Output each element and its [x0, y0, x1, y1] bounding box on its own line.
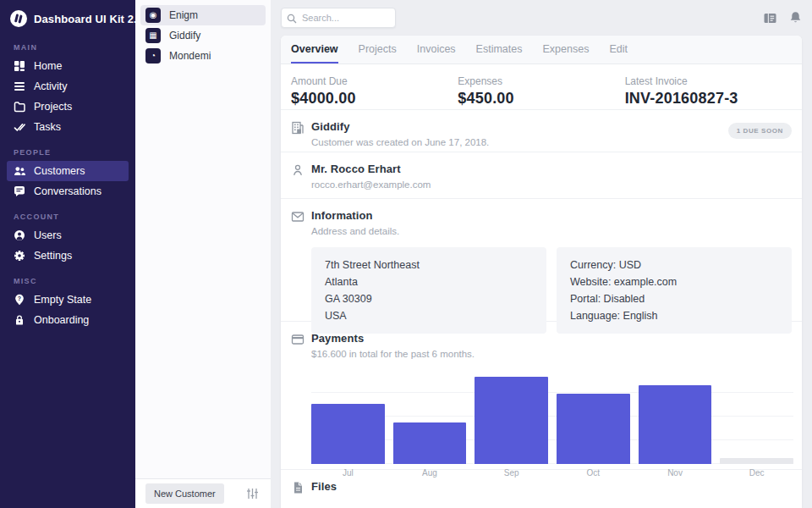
conversations-icon: [14, 185, 25, 197]
bar-sep: [475, 377, 548, 464]
customer-subtitle: Customer was created on June 17, 2018.: [311, 137, 728, 147]
sidebar-item-label: Settings: [34, 250, 72, 262]
customer-list-panel: ◉ Enigm ▦ Giddify ◔ Mondemi New Customer: [135, 0, 271, 508]
sidebar-item-label: Home: [34, 60, 62, 72]
detail-line: Portal: Disabled: [570, 290, 778, 307]
sidebar-item-tasks[interactable]: Tasks: [7, 117, 129, 137]
sidebar-item-projects[interactable]: Projects: [7, 97, 129, 117]
tab-invoices[interactable]: Invoices: [417, 36, 456, 64]
stat-amount-due: Amount Due $4000.00: [291, 75, 458, 109]
tab-expenses[interactable]: Expenses: [543, 36, 590, 64]
logo-icon: [10, 10, 27, 27]
stat-value: $4000.00: [291, 90, 458, 108]
section-information: Information Address and details. 7th Str…: [281, 199, 802, 322]
sidebar-item-settings[interactable]: Settings: [7, 246, 129, 266]
nav-heading-account: Account: [14, 213, 122, 221]
tab-edit[interactable]: Edit: [609, 36, 628, 64]
sidebar-item-users[interactable]: Users: [7, 225, 129, 246]
stat-label: Latest Invoice: [625, 75, 792, 87]
customer-name: Mondemi: [169, 50, 211, 62]
payments-subtitle: $16.600 in total for the past 6 months.: [311, 349, 792, 359]
sidebar-item-conversations[interactable]: Conversations: [7, 181, 129, 202]
customer-name: Giddify: [169, 30, 200, 41]
person-icon: [291, 163, 304, 188]
sidebar-item-label: Customers: [34, 165, 85, 177]
sidebar: Dashboard UI Kit 2.0 Main Home Activity …: [0, 0, 135, 508]
sidebar-item-activity[interactable]: Activity: [7, 76, 129, 97]
projects-icon: [14, 101, 25, 113]
section-contact: Mr. Rocco Erhart rocco.erhart@example.co…: [281, 152, 802, 199]
notifications-button[interactable]: [789, 11, 802, 25]
payments-title: Payments: [311, 332, 792, 345]
sidebar-item-label: Projects: [34, 101, 72, 113]
sidebar-item-empty-state[interactable]: ? Empty State: [7, 290, 129, 310]
details-box: Currency: USD Website: example.com Porta…: [557, 247, 792, 334]
stat-latest-invoice: Latest Invoice INV-20160827-3: [625, 75, 792, 109]
stats-row: Amount Due $4000.00 Expenses $450.00 Lat…: [281, 64, 802, 110]
sidebar-item-label: Activity: [34, 80, 68, 92]
address-line: 7th Street Northeast: [325, 257, 533, 273]
detail-card: Overview Projects Invoices Estimates Exp…: [281, 36, 802, 508]
customer-row-mondemi[interactable]: ◔ Mondemi: [140, 46, 266, 66]
customer-name: Enigm: [169, 9, 198, 21]
address-line: GA 30309: [325, 290, 533, 307]
detail-line: Currency: USD: [570, 257, 778, 273]
app-logo: Dashboard UI Kit 2.0: [0, 8, 135, 32]
filter-button[interactable]: [244, 486, 261, 501]
sidebar-item-label: Empty State: [34, 294, 91, 306]
nav-heading-misc: Misc: [14, 277, 122, 285]
credit-card-icon: [291, 332, 304, 459]
search-icon: [287, 12, 297, 27]
svg-text:?: ?: [18, 295, 21, 301]
customer-list: ◉ Enigm ▦ Giddify ◔ Mondemi: [135, 0, 271, 478]
customer-panel-footer: New Customer: [135, 478, 271, 508]
file-icon: [291, 480, 304, 498]
sidebar-item-onboarding[interactable]: Onboarding: [7, 310, 129, 330]
payments-chart-plot: [311, 369, 793, 464]
sidebar-item-label: Users: [34, 229, 62, 241]
bar-aug: [393, 422, 467, 464]
bar-jul: [311, 404, 385, 464]
payments-chart: JulAugSepOctNovDec: [311, 369, 793, 478]
filter-icon: [246, 488, 259, 500]
customer-row-giddify[interactable]: ▦ Giddify: [140, 25, 266, 46]
sidebar-item-customers[interactable]: Customers: [7, 161, 129, 181]
nav-heading-main: Main: [14, 43, 122, 52]
building-icon: [291, 120, 304, 141]
activity-icon: [14, 80, 25, 92]
detail-line: Website: example.com: [570, 273, 778, 290]
sidebar-item-label: Tasks: [34, 121, 61, 133]
sidebar-item-label: Conversations: [34, 185, 102, 197]
customer-title: Giddify: [311, 120, 728, 133]
new-customer-button[interactable]: New Customer: [145, 483, 224, 504]
onboarding-icon: [14, 314, 25, 326]
app-title: Dashboard UI Kit 2.0: [34, 13, 143, 25]
stat-expenses: Expenses $450.00: [458, 75, 624, 109]
settings-icon: [14, 250, 25, 262]
due-soon-badge: 1 DUE SOON: [728, 123, 792, 139]
sidebar-item-home[interactable]: Home: [7, 56, 129, 76]
address-line: Atlanta: [325, 273, 533, 290]
section-customer: Giddify Customer was created on June 17,…: [281, 110, 802, 152]
information-title: Information: [311, 209, 792, 222]
search-input[interactable]: [281, 8, 396, 28]
files-title: Files: [311, 480, 792, 493]
users-icon: [14, 229, 25, 241]
address-book-icon: [763, 12, 777, 25]
stat-label: Expenses: [458, 75, 624, 87]
customers-icon: [14, 165, 25, 177]
information-subtitle: Address and details.: [311, 226, 792, 236]
tab-projects[interactable]: Projects: [359, 36, 397, 64]
home-icon: [14, 60, 25, 72]
customer-avatar: ◔: [145, 48, 161, 64]
stat-value: INV-20160827-3: [625, 90, 792, 108]
bar-oct: [557, 394, 630, 464]
tab-estimates[interactable]: Estimates: [476, 36, 523, 64]
tab-overview[interactable]: Overview: [291, 36, 338, 64]
nav-heading-people: People: [14, 148, 122, 157]
tabs-bar: Overview Projects Invoices Estimates Exp…: [281, 36, 802, 64]
stat-value: $450.00: [458, 90, 624, 108]
section-files: Files: [281, 470, 802, 508]
address-book-button[interactable]: [763, 12, 777, 25]
customer-row-enigm[interactable]: ◉ Enigm: [140, 5, 266, 25]
